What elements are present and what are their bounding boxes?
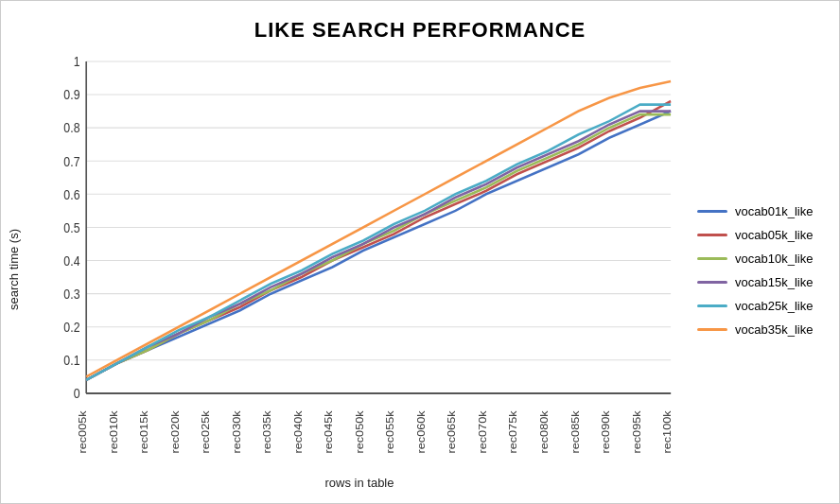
svg-text:rec095k: rec095k [631,410,642,453]
svg-text:rec055k: rec055k [384,410,395,453]
svg-text:0.9: 0.9 [63,87,79,102]
svg-text:0.7: 0.7 [63,154,79,169]
legend-label: vocab15k_like [735,275,813,289]
legend-item: vocab25k_like [697,299,822,313]
legend-label: vocab05k_like [735,228,813,242]
legend-item: vocab15k_like [697,275,822,289]
svg-text:rec100k: rec100k [661,410,673,453]
svg-text:0: 0 [74,386,80,401]
legend-label: vocab35k_like [735,322,813,337]
chart-svg: 00.10.20.30.40.50.60.70.80.91rec005krec0… [31,46,688,474]
svg-text:rec020k: rec020k [169,410,181,453]
svg-text:0.5: 0.5 [63,220,79,235]
svg-text:rec040k: rec040k [292,410,304,453]
svg-text:rec005k: rec005k [77,410,88,453]
svg-text:0.6: 0.6 [63,187,79,202]
svg-text:1: 1 [74,54,80,69]
svg-text:rec060k: rec060k [415,410,427,453]
svg-text:rec090k: rec090k [600,410,611,453]
legend-label: vocab25k_like [735,299,813,313]
svg-text:rec035k: rec035k [261,410,272,453]
svg-text:rec045k: rec045k [323,410,334,453]
chart-title: LIKE SEARCH PERFORMANCE [254,18,586,43]
legend: vocab01k_likevocab05k_likevocab10k_likev… [688,46,839,494]
legend-item: vocab35k_like [697,322,822,337]
svg-text:rec025k: rec025k [200,410,211,453]
svg-text:rec030k: rec030k [231,410,242,453]
svg-text:0.8: 0.8 [63,120,79,135]
svg-text:rec050k: rec050k [354,410,365,453]
x-axis-label: rows in table [31,474,688,494]
legend-label: vocab10k_like [735,252,813,266]
y-axis-label: search time (s) [1,46,31,494]
svg-text:0.1: 0.1 [63,353,79,368]
svg-text:rec075k: rec075k [507,410,518,453]
svg-text:0.3: 0.3 [63,287,79,302]
chart-area: 00.10.20.30.40.50.60.70.80.91rec005krec0… [31,46,688,494]
svg-text:rec070k: rec070k [477,410,488,453]
svg-text:0.2: 0.2 [63,320,79,335]
svg-text:rec015k: rec015k [138,410,149,453]
legend-color [697,304,727,307]
svg-text:rec010k: rec010k [108,410,119,453]
legend-color [697,328,727,331]
legend-item: vocab01k_like [697,204,822,218]
chart-container: LIKE SEARCH PERFORMANCE search time (s) … [0,0,840,504]
legend-item: vocab10k_like [697,252,822,266]
legend-color [697,210,727,213]
legend-color [697,257,727,260]
svg-text:0.4: 0.4 [63,253,80,269]
legend-color [697,234,727,236]
legend-item: vocab05k_like [697,228,822,242]
svg-text:rec065k: rec065k [446,410,457,453]
svg-text:rec080k: rec080k [538,410,550,453]
legend-color [697,281,727,284]
svg-text:rec085k: rec085k [569,410,581,453]
legend-label: vocab01k_like [735,204,813,218]
